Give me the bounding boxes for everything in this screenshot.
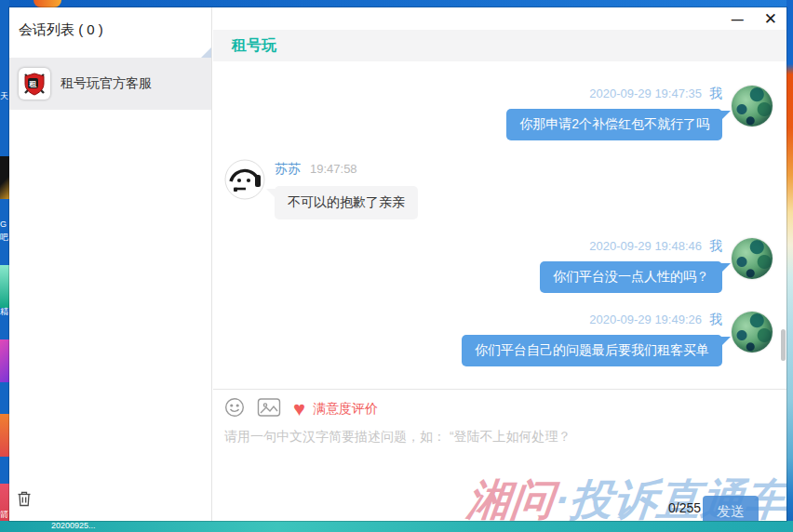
user-avatar — [732, 238, 773, 279]
desktop-right-strip — [786, 0, 793, 532]
agent-headset-avatar — [224, 159, 265, 200]
desktop-icon-label: 吧 — [0, 233, 9, 242]
message-bubble: 你们平台自己的问题最后要我们租客买单 — [462, 335, 722, 366]
trash-icon — [17, 496, 32, 510]
message-input[interactable]: 请用一句中文汉字简要描述问题，如： “登陆不上如何处理？ — [213, 420, 786, 446]
character-counter: 0/255 — [668, 500, 701, 515]
message-outgoing: 2020-09-29 19:49:26我 你们平台自己的问题最后要我们租客买单 — [213, 312, 786, 366]
chat-window: 会话列表 ( 0 ) 租 租号玩官方客服 — [9, 7, 786, 521]
desktop-top-strip — [0, 0, 793, 7]
close-button[interactable]: ✕ — [764, 11, 777, 27]
agent-name: 苏苏 — [275, 161, 301, 176]
desktop-icon — [0, 339, 9, 382]
delete-conversation-button[interactable] — [17, 490, 32, 510]
conversation-sidebar: 会话列表 ( 0 ) 租 租号玩官方客服 — [9, 7, 212, 521]
message-content: 2020-09-29 19:47:35我 你那申请2个补偿红包不就行了吗 — [506, 86, 722, 140]
message-meta: 2020-09-29 19:47:35我 — [589, 86, 722, 102]
heart-icon: ♥ — [293, 400, 305, 419]
message-outgoing: 2020-09-29 19:48:46我 你们平台没一点人性的吗？ — [213, 238, 786, 293]
message-sender: 我 — [709, 238, 722, 253]
picture-icon — [257, 397, 281, 420]
send-button[interactable]: 发送 — [703, 496, 759, 521]
desktop-icon — [0, 265, 9, 308]
desktop-left-icons-strip: 天 G 吧 精 箭 — [0, 0, 9, 532]
message-content: 2020-09-29 19:49:26我 你们平台自己的问题最后要我们租客买单 — [462, 312, 722, 366]
message-meta: 苏苏19:47:58 — [275, 161, 418, 178]
composer-toolbar: ♥ 满意度评价 — [213, 390, 786, 420]
desktop-icon-label: G — [0, 219, 9, 229]
satisfaction-rating-label[interactable]: 满意度评价 — [313, 401, 378, 418]
message-bubble: 你那申请2个补偿红包不就行了吗 — [506, 109, 722, 140]
watermark-part1: 湘问 — [464, 475, 557, 521]
desktop-icon-label: 精 — [0, 307, 9, 316]
message-sender: 我 — [709, 312, 722, 326]
minimize-button[interactable]: — — [732, 13, 744, 25]
message-bubble: 不可以的抱歉了亲亲 — [275, 186, 418, 219]
desktop-icon — [0, 156, 9, 199]
message-list[interactable]: 2020-09-29 19:47:35我 你那申请2个补偿红包不就行了吗 — [213, 61, 786, 389]
emoji-button[interactable] — [224, 397, 245, 420]
message-bubble: 你们平台没一点人性的吗？ — [540, 261, 722, 293]
message-content: 苏苏19:47:58 不可以的抱歉了亲亲 — [275, 159, 418, 219]
svg-text:租: 租 — [29, 80, 37, 88]
desktop-bottom-strip: 20200925... — [0, 521, 793, 532]
desktop-icon — [0, 414, 9, 457]
message-time: 19:47:58 — [310, 162, 357, 176]
chat-pane: — ✕ 租号玩 2020-09-29 19:47:35我 你那申请2个补偿红包不… — [213, 7, 786, 521]
user-avatar — [732, 312, 773, 352]
desktop-file-label: 20200925... — [51, 521, 96, 530]
corner-fold — [201, 47, 211, 58]
message-timestamp: 2020-09-29 19:48:46 — [589, 239, 702, 253]
message-timestamp: 2020-09-29 19:47:35 — [589, 86, 702, 100]
image-upload-button[interactable] — [257, 397, 281, 420]
message-content: 2020-09-29 19:48:46我 你们平台没一点人性的吗？ — [540, 238, 722, 293]
message-incoming: 苏苏19:47:58 不可以的抱歉了亲亲 — [213, 159, 786, 219]
window-titlebar: — ✕ — [213, 7, 786, 30]
conversation-item-label: 租号玩官方客服 — [60, 75, 152, 92]
message-meta: 2020-09-29 19:49:26我 — [589, 312, 722, 328]
user-avatar — [732, 86, 773, 126]
message-timestamp: 2020-09-29 19:49:26 — [589, 313, 702, 326]
desktop-icon-label: 箭 — [0, 510, 9, 519]
desktop-icon-label: 天 — [0, 91, 9, 100]
desktop: { "desktop": { "icon_labels": ["天", "G",… — [0, 0, 793, 532]
zuhaowan-logo-icon: 租 — [19, 68, 50, 100]
conversation-item-zuhaowan[interactable]: 租 租号玩官方客服 — [9, 58, 211, 110]
satisfaction-rating-button[interactable]: ♥ — [293, 400, 305, 419]
scrollbar-thumb[interactable] — [781, 329, 786, 361]
message-sender: 我 — [709, 86, 722, 100]
message-meta: 2020-09-29 19:48:46我 — [589, 238, 722, 255]
conversation-list-title: 会话列表 ( 0 ) — [9, 7, 211, 43]
chat-title: 租号玩 — [213, 30, 786, 61]
desktop-taskbar-icon — [34, 0, 61, 7]
composer: ♥ 满意度评价 请用一句中文汉字简要描述问题，如： “登陆不上如何处理？ 湘问·… — [213, 389, 786, 521]
smiley-icon — [224, 397, 245, 420]
message-outgoing: 2020-09-29 19:47:35我 你那申请2个补偿红包不就行了吗 — [213, 86, 786, 140]
